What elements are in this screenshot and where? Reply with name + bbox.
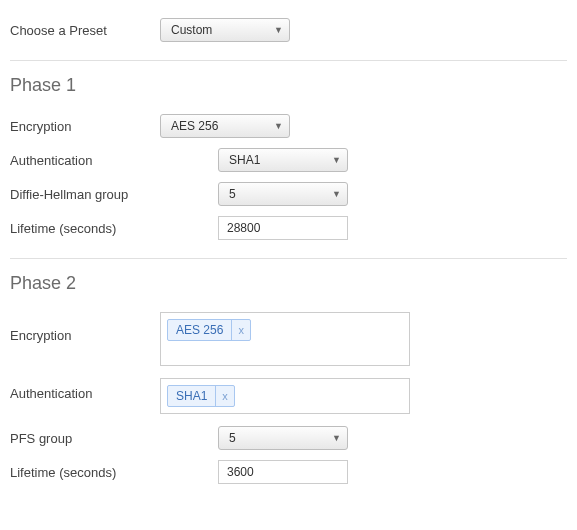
phase1-auth-select[interactable]: SHA1 ▼ <box>218 148 348 172</box>
phase1-encryption-row: Encryption AES 256 ▼ <box>10 114 567 138</box>
divider <box>10 258 567 259</box>
phase2-lifetime-row: Lifetime (seconds) <box>10 460 567 484</box>
divider <box>10 60 567 61</box>
phase2-encryption-tag: AES 256 x <box>167 319 251 341</box>
phase1-auth-row: Authentication SHA1 ▼ <box>10 148 567 172</box>
phase2-pfs-value: 5 <box>229 431 236 445</box>
preset-select[interactable]: Custom ▼ <box>160 18 290 42</box>
remove-tag-icon[interactable]: x <box>215 386 234 406</box>
phase1-dh-label: Diffie-Hellman group <box>10 187 160 202</box>
chevron-down-icon: ▼ <box>332 155 341 165</box>
chevron-down-icon: ▼ <box>274 121 283 131</box>
phase2-encryption-row: Encryption AES 256 x <box>10 312 567 366</box>
phase2-auth-tag: SHA1 x <box>167 385 235 407</box>
tag-label: AES 256 <box>168 320 231 340</box>
tag-label: SHA1 <box>168 386 215 406</box>
phase1-dh-select[interactable]: 5 ▼ <box>218 182 348 206</box>
remove-tag-icon[interactable]: x <box>231 320 250 340</box>
preset-row: Choose a Preset Custom ▼ <box>10 18 567 42</box>
phase2-auth-row: Authentication SHA1 x <box>10 378 567 414</box>
phase2-lifetime-label: Lifetime (seconds) <box>10 465 160 480</box>
phase1-auth-value: SHA1 <box>229 153 260 167</box>
preset-label: Choose a Preset <box>10 23 160 38</box>
phase1-title: Phase 1 <box>10 75 567 96</box>
phase1-lifetime-label: Lifetime (seconds) <box>10 221 160 236</box>
phase2-auth-label: Authentication <box>10 378 160 401</box>
chevron-down-icon: ▼ <box>332 189 341 199</box>
phase2-pfs-row: PFS group 5 ▼ <box>10 426 567 450</box>
phase1-encryption-value: AES 256 <box>171 119 218 133</box>
chevron-down-icon: ▼ <box>332 433 341 443</box>
phase1-dh-value: 5 <box>229 187 236 201</box>
phase1-lifetime-input[interactable] <box>218 216 348 240</box>
phase2-lifetime-input[interactable] <box>218 460 348 484</box>
phase2-pfs-label: PFS group <box>10 431 160 446</box>
phase1-auth-label: Authentication <box>10 153 160 168</box>
phase2-encryption-tagbox[interactable]: AES 256 x <box>160 312 410 366</box>
phase2-pfs-select[interactable]: 5 ▼ <box>218 426 348 450</box>
phase1-lifetime-row: Lifetime (seconds) <box>10 216 567 240</box>
chevron-down-icon: ▼ <box>274 25 283 35</box>
phase1-encryption-select[interactable]: AES 256 ▼ <box>160 114 290 138</box>
phase1-dh-row: Diffie-Hellman group 5 ▼ <box>10 182 567 206</box>
phase2-encryption-label: Encryption <box>10 312 160 343</box>
phase2-title: Phase 2 <box>10 273 567 294</box>
phase2-auth-tagbox[interactable]: SHA1 x <box>160 378 410 414</box>
phase1-encryption-label: Encryption <box>10 119 160 134</box>
preset-value: Custom <box>171 23 212 37</box>
